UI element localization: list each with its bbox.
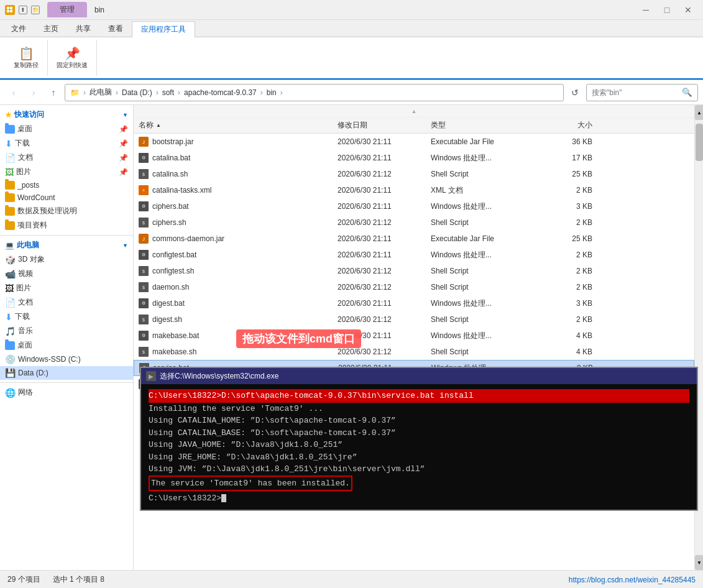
sidebar-label-project: 项目资料: [17, 220, 47, 231]
cmd-title-text: 选择C:\Windows\system32\cmd.exe: [160, 371, 278, 382]
scroll-down-btn[interactable]: ▼: [695, 555, 703, 570]
refresh-button[interactable]: ↺: [566, 84, 584, 101]
sidebar-item-wordcount[interactable]: WordCount: [0, 191, 133, 204]
up-button[interactable]: ↑: [45, 84, 62, 101]
sidebar-item-downloads[interactable]: ⬇ 下载: [0, 310, 133, 324]
tab-view[interactable]: 查看: [99, 21, 132, 37]
file-name-commons-daemon: J commons-daemon.jar: [139, 234, 338, 244]
address-bar[interactable]: 📁 › 此电脑 › Data (D:) › soft › apache-tomc…: [65, 84, 564, 101]
star-icon: ★: [5, 111, 12, 119]
sidebar-item-network[interactable]: 🌐 网络: [0, 385, 133, 400]
breadcrumb-soft[interactable]: soft: [162, 88, 174, 97]
xml-icon-catalina-tasks: X: [139, 185, 149, 195]
c-drive-icon: 💿: [5, 354, 16, 364]
sidebar-item-desktop-pc[interactable]: 桌面: [0, 338, 133, 352]
sidebar-item-3d[interactable]: 🎲 3D 对象: [0, 252, 133, 267]
svg-rect-2: [7, 10, 9, 12]
cmd-title-bar[interactable]: ▶ 选择C:\Windows\system32\cmd.exe: [141, 368, 697, 384]
col-header-type[interactable]: 类型: [431, 120, 543, 131]
sidebar-this-pc[interactable]: 💻 此电脑 ▼: [0, 238, 133, 252]
file-row-daemon-sh[interactable]: $ daemon.sh 2020/6/30 21:12 Shell Script…: [134, 279, 694, 295]
sidebar-label-data: 数据及预处理说明: [17, 206, 77, 216]
file-row-ciphers-bat[interactable]: ⚙ ciphers.bat 2020/6/30 21:11 Windows 批处…: [134, 198, 694, 214]
col-header-name[interactable]: 名称 ▲: [139, 120, 338, 131]
scroll-up-btn[interactable]: ▲: [695, 105, 703, 120]
sidebar-divider-1: [0, 235, 133, 236]
close-button[interactable]: ✕: [678, 4, 698, 16]
sh-icon-digest: $: [139, 315, 149, 324]
file-name-ciphers-sh: $ ciphers.sh: [139, 218, 338, 227]
file-row-makebase-bat[interactable]: ⚙ makebase.bat 2020/6/30 21:11 Windows 批…: [134, 328, 694, 344]
search-input[interactable]: [592, 88, 682, 97]
cmd-line-6: Using JRE_HOME: ”D:\Java8\jdk1.8.0_251\j…: [149, 451, 689, 464]
tab-app-tools[interactable]: 应用程序工具: [132, 21, 195, 37]
tab-file[interactable]: 文件: [2, 21, 35, 37]
ribbon-btn-2-icon: 📌: [65, 46, 80, 61]
sidebar-item-data-preprocess[interactable]: 数据及预处理说明: [0, 204, 133, 218]
sidebar-item-desktop[interactable]: 桌面 📌: [0, 122, 133, 136]
file-name-digest-bat: ⚙ digest.bat: [139, 298, 338, 308]
sidebar-item-project[interactable]: 项目资料: [0, 218, 133, 232]
file-row-commons-daemon[interactable]: J commons-daemon.jar 2020/6/30 21:11 Exe…: [134, 231, 694, 247]
video-icon: 📹: [5, 269, 16, 279]
ribbon-btn-2[interactable]: 📌 固定到快速: [53, 45, 91, 71]
sidebar-item-c-drive[interactable]: 💿 Windows-SSD (C:): [0, 352, 133, 366]
breadcrumb-bin[interactable]: bin: [267, 88, 277, 97]
pc-icon: 💻: [5, 241, 14, 250]
tab-share[interactable]: 共享: [67, 21, 99, 37]
ribbon-btn-1[interactable]: 📋 复制路径: [10, 45, 42, 71]
search-bar[interactable]: 🔍: [586, 84, 698, 101]
file-row-bootstrap[interactable]: J bootstrap.jar 2020/6/30 21:11 Executab…: [134, 134, 694, 150]
file-row-makebase-sh[interactable]: $ makebase.sh 2020/6/30 21:12 Shell Scri…: [134, 344, 694, 360]
sidebar-item-pics[interactable]: 🖼 图片 📌: [0, 165, 133, 179]
file-row-catalina-tasks[interactable]: X catalina-tasks.xml 2020/6/30 21:11 XML…: [134, 182, 694, 198]
search-button[interactable]: 🔍: [682, 88, 692, 97]
title-tab-manage[interactable]: 管理: [47, 2, 87, 17]
sidebar-quick-access[interactable]: ★ 快速访问 ▼: [0, 108, 133, 122]
back-button[interactable]: ‹: [5, 84, 22, 101]
title-bar-icons: ⬆ 📁: [5, 5, 40, 15]
minimize-button[interactable]: ─: [636, 4, 656, 16]
bat-icon-ciphers: ⚙: [139, 201, 149, 211]
sidebar-item-d-drive[interactable]: 💾 Data (D:): [0, 366, 133, 380]
bat-icon-digest: ⚙: [139, 298, 149, 308]
music-icon: 🎵: [5, 326, 16, 336]
file-row-catalina-sh[interactable]: $ catalina.sh 2020/6/30 21:12 Shell Scri…: [134, 166, 694, 182]
file-row-configtest-sh[interactable]: $ configtest.sh 2020/6/30 21:12 Shell Sc…: [134, 263, 694, 279]
folder-project-icon: [5, 221, 15, 230]
folder-wordcount-icon: [5, 193, 15, 202]
file-row-digest-sh[interactable]: $ digest.sh 2020/6/30 21:12 Shell Script…: [134, 311, 694, 328]
sidebar-item-video[interactable]: 📹 视频: [0, 267, 133, 281]
file-row-digest-bat[interactable]: ⚙ digest.bat 2020/6/30 21:11 Windows 批处理…: [134, 295, 694, 311]
col-header-date[interactable]: 修改日期: [338, 120, 431, 131]
ribbon-btn-2-label: 固定到快速: [57, 61, 88, 70]
file-row-catalina-bat[interactable]: ⚙ catalina.bat 2020/6/30 21:11 Windows 批…: [134, 150, 694, 166]
breadcrumb-pc[interactable]: 此电脑: [90, 87, 112, 98]
sidebar-item-documents[interactable]: 📄 文档: [0, 295, 133, 310]
sidebar-label-posts: _posts: [17, 181, 39, 190]
documents-icon: 📄: [5, 298, 16, 308]
sidebar-item-download[interactable]: ⬇ 下载 📌: [0, 136, 133, 150]
forward-button[interactable]: ›: [25, 84, 42, 101]
sidebar-label-desktop: 桌面: [17, 124, 32, 134]
ribbon-group-2: 📌 固定到快速: [48, 40, 97, 76]
sidebar-item-docs[interactable]: 📄 文档 📌: [0, 150, 133, 165]
scroll-thumb[interactable]: [696, 124, 703, 161]
sidebar-label-network: 网络: [18, 387, 33, 398]
tab-home[interactable]: 主页: [35, 21, 67, 37]
col-header-size[interactable]: 大小: [543, 120, 592, 131]
sh-icon-daemon: $: [139, 282, 149, 292]
breadcrumb-tomcat[interactable]: apache-tomcat-9.0.37: [184, 88, 257, 97]
sidebar-item-posts[interactable]: _posts: [0, 179, 133, 191]
win-controls: ─ □ ✕: [636, 4, 698, 16]
file-row-configtest-bat[interactable]: ⚙ configtest.bat 2020/6/30 21:11 Windows…: [134, 247, 694, 263]
sidebar-item-music[interactable]: 🎵 音乐: [0, 324, 133, 338]
maximize-button[interactable]: □: [657, 4, 677, 16]
file-row-ciphers-sh[interactable]: $ ciphers.sh 2020/6/30 21:12 Shell Scrip…: [134, 214, 694, 231]
breadcrumb-drive[interactable]: Data (D:): [122, 88, 152, 97]
svg-rect-1: [10, 7, 12, 9]
file-name-makebase-sh: $ makebase.sh: [139, 347, 338, 357]
file-name-bootstrap: J bootstrap.jar: [139, 137, 338, 147]
sidebar-item-pictures[interactable]: 🖼 图片: [0, 281, 133, 295]
status-url[interactable]: https://blog.csdn.net/weixin_44285445: [569, 576, 696, 584]
